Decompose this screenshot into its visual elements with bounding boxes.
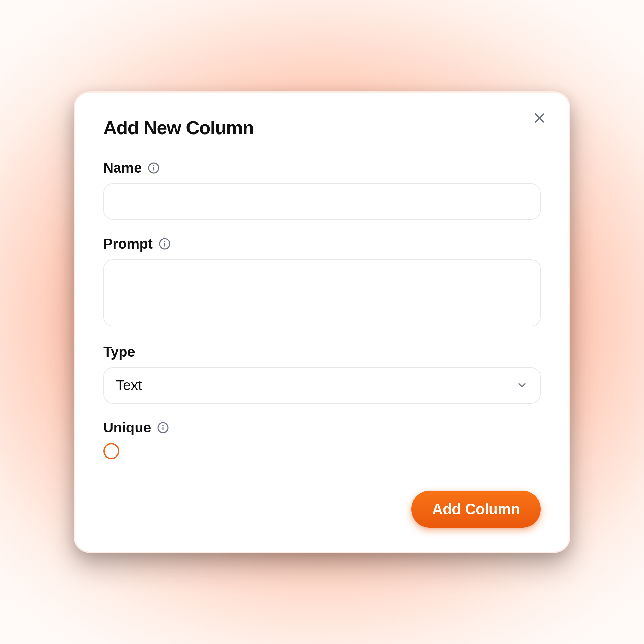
chevron-down-icon	[516, 379, 528, 391]
unique-label-row: Unique	[103, 420, 541, 436]
type-selected-value: Text	[116, 377, 142, 393]
type-label: Type	[103, 344, 135, 360]
modal-title: Add New Column	[103, 117, 254, 139]
prompt-label-row: Prompt	[103, 236, 541, 252]
close-icon	[533, 111, 546, 125]
svg-point-7	[164, 241, 165, 242]
add-column-modal: Add New Column Name Prompt Type	[74, 91, 570, 553]
info-icon[interactable]	[157, 422, 169, 434]
info-icon[interactable]	[159, 238, 171, 250]
unique-field: Unique	[103, 420, 541, 461]
name-input[interactable]	[103, 183, 541, 220]
close-button[interactable]	[531, 110, 547, 126]
svg-point-10	[163, 425, 164, 426]
modal-header: Add New Column	[103, 117, 541, 139]
name-field: Name	[103, 160, 541, 220]
unique-label: Unique	[103, 420, 151, 436]
type-field: Type Text	[103, 344, 541, 404]
type-select[interactable]: Text	[103, 367, 541, 404]
modal-actions: Add Column	[103, 491, 541, 528]
prompt-textarea[interactable]	[103, 259, 541, 326]
svg-point-4	[153, 165, 154, 166]
name-label: Name	[103, 160, 142, 176]
type-label-row: Type	[103, 344, 541, 360]
prompt-field: Prompt	[103, 236, 541, 328]
info-icon[interactable]	[148, 162, 160, 174]
unique-checkbox[interactable]	[103, 443, 119, 459]
prompt-label: Prompt	[103, 236, 153, 252]
add-column-button[interactable]: Add Column	[411, 491, 541, 528]
name-label-row: Name	[103, 160, 541, 176]
